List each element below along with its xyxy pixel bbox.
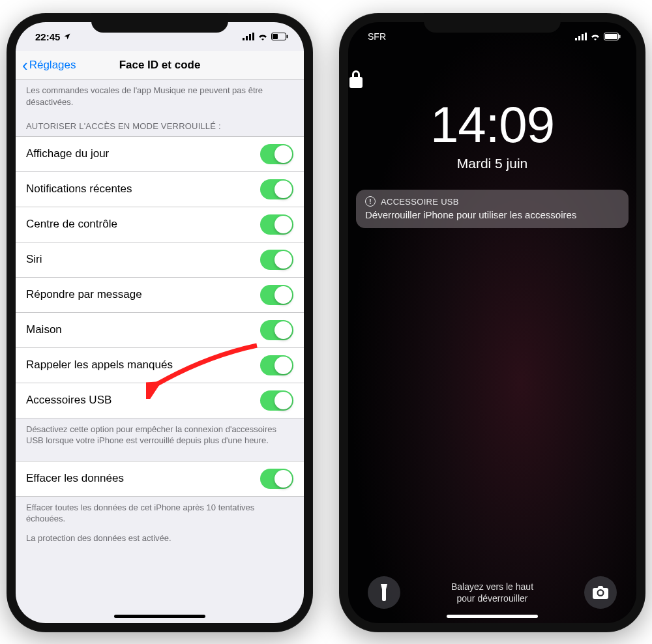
row-return-missed-calls[interactable]: Rappeler les appels manqués: [16, 348, 304, 383]
lock-time: 14:09: [348, 95, 636, 154]
row-label: Siri: [26, 253, 42, 266]
hint-line-1: Balayez vers le haut: [451, 581, 533, 593]
hint-line-2: pour déverrouiller: [451, 593, 533, 604]
toggle-home[interactable]: [260, 320, 293, 340]
back-label: Réglages: [29, 59, 76, 72]
svg-rect-2: [249, 34, 251, 40]
toggle-usb-accessories[interactable]: [260, 390, 293, 411]
status-right-icons: [243, 33, 288, 40]
svg-rect-7: [575, 38, 577, 40]
status-time-area: 22:45: [35, 31, 71, 42]
row-siri[interactable]: Siri: [16, 242, 304, 278]
settings-scroll[interactable]: Les commandes vocales de l'app Musique n…: [16, 80, 304, 623]
alert-icon: !: [365, 196, 376, 207]
home-indicator[interactable]: [114, 615, 205, 618]
flashlight-icon: [378, 584, 391, 601]
access-header: AUTORISER L'ACCÈS EN MODE VERROUILLÉ :: [16, 111, 304, 136]
swipe-hint: Balayez vers le haut pour déverrouiller: [445, 581, 540, 604]
row-label: Affichage du jour: [26, 147, 109, 160]
row-reply-message[interactable]: Répondre par message: [16, 278, 304, 313]
svg-rect-0: [243, 38, 244, 40]
row-label: Accessoires USB: [26, 394, 111, 407]
lock-date: Mardi 5 juin: [348, 156, 636, 171]
row-today-view[interactable]: Affichage du jour: [16, 137, 304, 172]
home-indicator[interactable]: [447, 615, 538, 618]
toggle-return-missed-calls[interactable]: [260, 355, 293, 375]
row-home[interactable]: Maison: [16, 313, 304, 348]
row-recent-notifications[interactable]: Notifications récentes: [16, 172, 304, 207]
lock-bottom-bar: Balayez vers le haut pour déverrouiller: [348, 576, 636, 609]
row-usb-accessories[interactable]: Accessoires USB: [16, 383, 304, 418]
cell-signal-icon: [575, 33, 587, 40]
notch: [91, 13, 228, 33]
svg-rect-9: [582, 34, 584, 40]
erase-footer-2: La protection des données est activée.: [16, 529, 304, 548]
toggle-control-center[interactable]: [260, 214, 293, 235]
row-label: Maison: [26, 323, 62, 336]
settings-screen: 22:45 ‹ Réglages: [16, 22, 304, 623]
phone-right: SFR 14:09 Mardi 5 juin ! ACCESSOIRE US: [339, 13, 645, 632]
usb-footer: Désactivez cette option pour empêcher la…: [16, 418, 304, 450]
erase-list: Effacer les données: [16, 461, 304, 497]
row-label: Effacer les données: [26, 472, 124, 485]
wifi-icon: [590, 33, 600, 40]
toggle-recent-notifications[interactable]: [260, 179, 293, 199]
intro-footer: Les commandes vocales de l'app Musique n…: [16, 80, 304, 111]
battery-icon: [604, 33, 621, 40]
notch: [424, 13, 561, 33]
notification-title: ACCESSOIRE USB: [381, 197, 459, 207]
toggle-reply-message[interactable]: [260, 285, 293, 305]
row-label: Répondre par message: [26, 288, 142, 301]
chevron-left-icon: ‹: [22, 57, 28, 74]
erase-footer-1: Effacer toutes les données de cet iPhone…: [16, 497, 304, 529]
flashlight-button[interactable]: [368, 576, 400, 609]
location-icon: [63, 33, 71, 40]
row-label: Notifications récentes: [26, 183, 132, 196]
svg-rect-13: [619, 35, 621, 38]
camera-button[interactable]: [584, 576, 617, 609]
toggle-siri[interactable]: [260, 250, 293, 270]
phone-left: 22:45 ‹ Réglages: [7, 13, 313, 632]
battery-icon: [271, 33, 288, 40]
svg-rect-3: [252, 33, 254, 40]
row-erase-data[interactable]: Effacer les données: [16, 461, 304, 496]
usb-notification[interactable]: ! ACCESSOIRE USB Déverrouiller iPhone po…: [356, 190, 629, 228]
row-control-center[interactable]: Centre de contrôle: [16, 207, 304, 242]
access-list: Affichage du jour Notifications récentes…: [16, 136, 304, 418]
toggle-today-view[interactable]: [260, 144, 293, 164]
lock-screen: SFR 14:09 Mardi 5 juin ! ACCESSOIRE US: [348, 22, 636, 623]
svg-rect-5: [273, 34, 278, 39]
camera-icon: [593, 586, 608, 599]
toggle-erase-data[interactable]: [260, 469, 293, 489]
lock-status-icons: [575, 33, 621, 40]
row-label: Centre de contrôle: [26, 218, 117, 231]
wifi-icon: [258, 33, 268, 40]
svg-rect-12: [605, 34, 617, 39]
nav-bar: ‹ Réglages Face ID et code: [16, 51, 304, 80]
svg-rect-8: [578, 36, 580, 40]
lock-icon: [348, 69, 636, 89]
status-time: 22:45: [35, 31, 60, 42]
carrier-label: SFR: [368, 31, 386, 42]
notification-header: ! ACCESSOIRE USB: [365, 196, 619, 207]
svg-rect-6: [287, 35, 288, 38]
cell-signal-icon: [243, 33, 254, 40]
svg-rect-1: [246, 36, 248, 40]
row-label: Rappeler les appels manqués: [26, 359, 173, 372]
notification-body: Déverrouiller iPhone pour utiliser les a…: [365, 209, 619, 220]
back-button[interactable]: ‹ Réglages: [16, 57, 76, 74]
svg-rect-10: [585, 33, 587, 40]
